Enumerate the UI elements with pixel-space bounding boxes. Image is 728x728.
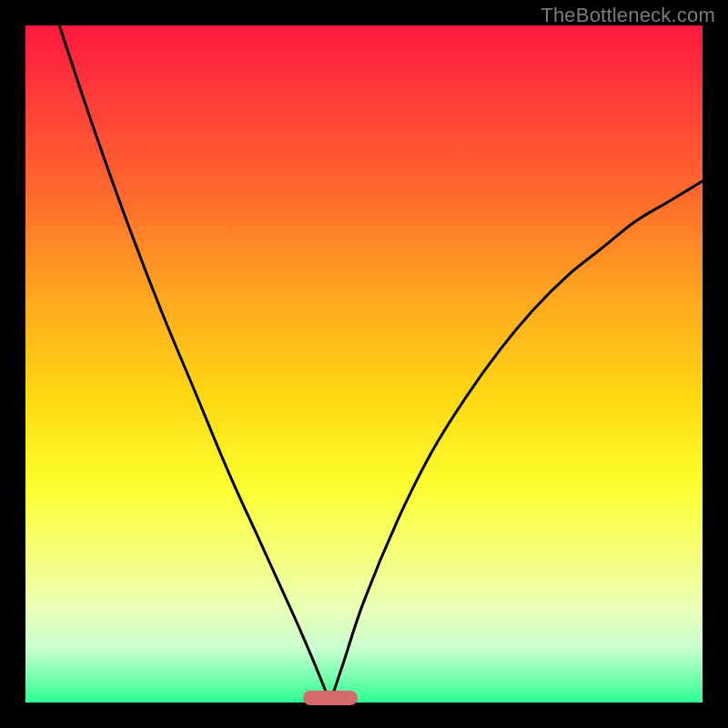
curves-svg (25, 25, 703, 703)
chart-frame: TheBottleneck.com (0, 0, 728, 728)
plot-area (25, 25, 703, 703)
watermark-text: TheBottleneck.com (541, 4, 715, 27)
left-curve (59, 25, 330, 703)
right-curve (330, 181, 703, 703)
bottleneck-marker (303, 691, 358, 705)
